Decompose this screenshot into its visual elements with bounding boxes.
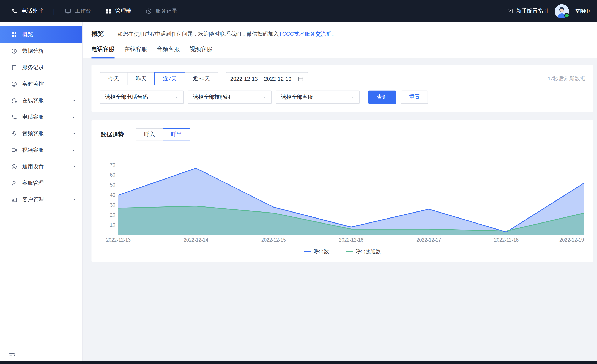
skill-group-select[interactable]: 选择全部技能组 xyxy=(188,91,272,104)
topbar-item-service-records[interactable]: 服务记录 xyxy=(145,8,177,15)
range-last30days-button[interactable]: 近30天 xyxy=(185,72,218,85)
beginner-guide-button[interactable]: 新手配置指引 xyxy=(507,8,549,15)
sidebar-item-data-analysis[interactable]: 数据分析 xyxy=(0,43,82,59)
query-button[interactable]: 查询 xyxy=(369,91,396,104)
microphone-icon xyxy=(11,130,17,137)
grid-icon xyxy=(105,8,112,15)
id-card-icon xyxy=(11,196,17,203)
svg-text:2022-12-15: 2022-12-15 xyxy=(261,237,286,243)
inbound-toggle[interactable]: 呼入 xyxy=(136,128,163,140)
sidebar-item-realtime-monitor[interactable]: 实时监控 xyxy=(0,76,82,92)
sidebar-item-general-settings[interactable]: 通用设置 xyxy=(0,158,82,175)
legend-outbound-connected[interactable]: 呼出接通数 xyxy=(346,248,381,255)
sidebar-item-label: 通用设置 xyxy=(22,163,44,170)
page-title: 概览 xyxy=(91,30,104,38)
guide-label: 新手配置指引 xyxy=(516,8,549,15)
topbar-right: 新手配置指引 空闲中 xyxy=(507,4,590,18)
sidebar-item-label: 客户管理 xyxy=(22,196,44,203)
svg-text:2022-12-17: 2022-12-17 xyxy=(416,237,441,243)
sidebar-item-label: 概览 xyxy=(22,31,33,38)
sidebar: 概览 数据分析 服务记录 实时监控 在线客服 电话客服 音频客服 xyxy=(0,22,83,364)
collapse-sidebar-icon[interactable] xyxy=(8,352,15,358)
trend-title: 数据趋势 xyxy=(101,131,124,138)
avatar[interactable] xyxy=(555,4,569,18)
sidebar-item-label: 实时监控 xyxy=(22,80,44,87)
svg-text:30: 30 xyxy=(110,202,115,208)
sidebar-item-label: 在线客服 xyxy=(22,97,44,104)
tab-phone-service[interactable]: 电话客服 xyxy=(91,46,114,58)
outbound-toggle[interactable]: 呼出 xyxy=(163,128,190,140)
guide-icon xyxy=(507,8,513,14)
date-range-input[interactable]: 2022-12-13 ~ 2022-12-19 xyxy=(226,72,308,85)
chart-legend: 呼出数 呼出接通数 xyxy=(101,248,584,255)
sidebar-item-label: 客服管理 xyxy=(22,179,44,186)
agent-status[interactable]: 空闲中 xyxy=(575,8,590,15)
trend-chart: 102030405060702022-12-132022-12-142022-1… xyxy=(101,154,584,243)
range-yesterday-button[interactable]: 昨天 xyxy=(127,72,155,85)
sidebar-item-label: 音频客服 xyxy=(22,130,44,137)
trend-card: 数据趋势 呼入 呼出 102030405060702022-12-132022-… xyxy=(91,120,593,262)
notice-plain-text: 如您在使用过程中遇到任何问题，欢迎随时联系我们，微信扫码加入 xyxy=(118,31,279,37)
chevron-down-icon xyxy=(71,164,76,169)
sidebar-item-online-service[interactable]: 在线客服 xyxy=(0,92,82,109)
svg-text:40: 40 xyxy=(110,192,115,198)
topbar-nav: 工作台 管理端 服务记录 xyxy=(64,8,177,15)
svg-text:2022-12-18: 2022-12-18 xyxy=(494,237,518,243)
settings-icon xyxy=(11,163,17,170)
reset-button[interactable]: 重置 xyxy=(401,91,428,104)
chevron-down-icon xyxy=(71,98,76,103)
phone-number-select[interactable]: 选择全部电话号码 xyxy=(100,91,183,104)
tab-video-service[interactable]: 视频客服 xyxy=(189,46,212,58)
sidebar-item-agent-management[interactable]: 客服管理 xyxy=(0,175,82,191)
topbar-item-label: 工作台 xyxy=(75,8,91,15)
svg-text:20: 20 xyxy=(110,212,115,218)
svg-text:10: 10 xyxy=(110,222,115,228)
headset-icon xyxy=(11,97,17,104)
sidebar-item-label: 电话客服 xyxy=(22,114,44,120)
sidebar-item-phone-service[interactable]: 电话客服 xyxy=(0,109,82,125)
agent-select[interactable]: 选择全部客服 xyxy=(276,91,360,104)
skill-group-select-value: 选择全部技能组 xyxy=(193,94,230,101)
sidebar-item-service-records[interactable]: 服务记录 xyxy=(0,59,82,76)
topbar-item-workbench[interactable]: 工作台 xyxy=(64,8,91,15)
gauge-icon xyxy=(11,81,17,87)
sidebar-item-customer-management[interactable]: 客户管理 xyxy=(0,191,82,208)
caret-down-icon xyxy=(262,95,267,99)
svg-text:2022-12-13: 2022-12-13 xyxy=(106,237,131,243)
legend-swatch-green xyxy=(346,251,353,252)
clock-icon xyxy=(145,8,152,15)
user-icon xyxy=(11,180,17,186)
brand-label: 电话外呼 xyxy=(22,8,43,15)
legend-label: 呼出接通数 xyxy=(356,248,381,255)
brand: 电话外呼 xyxy=(12,8,43,15)
direction-toggle-group: 呼入 呼出 xyxy=(136,128,190,140)
sidebar-item-video-service[interactable]: 视频客服 xyxy=(0,142,82,158)
svg-text:2022-12-16: 2022-12-16 xyxy=(339,237,363,243)
topbar-item-admin[interactable]: 管理端 xyxy=(105,8,131,15)
svg-text:70: 70 xyxy=(110,162,115,168)
legend-swatch-blue xyxy=(304,251,311,252)
tab-audio-service[interactable]: 音频客服 xyxy=(157,46,180,58)
range-today-button[interactable]: 今天 xyxy=(100,72,127,85)
online-status-dot xyxy=(564,13,569,18)
document-icon xyxy=(11,64,17,70)
topbar-item-label: 管理端 xyxy=(115,8,131,15)
bottom-strip xyxy=(0,361,597,364)
legend-outbound-calls[interactable]: 呼出数 xyxy=(304,248,329,255)
channel-tabs: 电话客服 在线客服 音频客服 视频客服 xyxy=(91,46,588,58)
date-quick-range-group: 今天 昨天 近7天 近30天 xyxy=(100,72,218,85)
grid-icon xyxy=(11,31,17,38)
caret-down-icon xyxy=(174,95,179,99)
video-camera-icon xyxy=(11,147,17,153)
tab-online-service[interactable]: 在线客服 xyxy=(124,46,147,58)
trend-chart-canvas: 102030405060702022-12-132022-12-142022-1… xyxy=(101,154,584,243)
filter-card: 今天 昨天 近7天 近30天 2022-12-13 ~ 2022-12-19 4… xyxy=(91,64,593,112)
sidebar-item-audio-service[interactable]: 音频客服 xyxy=(0,125,82,142)
community-link[interactable]: TCCC技术服务交流群。 xyxy=(279,31,337,37)
svg-text:2022-12-14: 2022-12-14 xyxy=(184,237,208,243)
range-last7days-button[interactable]: 近7天 xyxy=(154,72,185,85)
refresh-countdown: 47秒后刷新数据 xyxy=(547,75,585,82)
sidebar-item-overview[interactable]: 概览 xyxy=(0,26,82,43)
chevron-down-icon xyxy=(71,131,76,136)
phone-icon xyxy=(12,8,18,14)
